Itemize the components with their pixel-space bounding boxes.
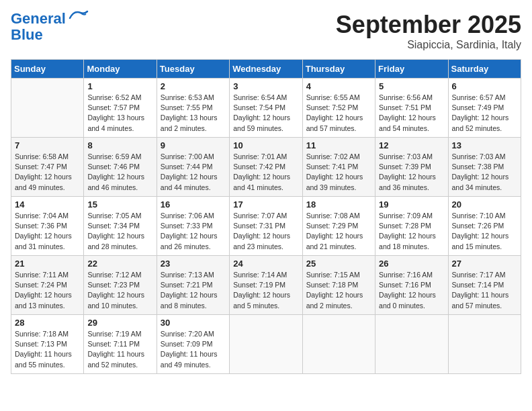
day-number: 24 [233,259,298,269]
day-number: 10 [233,140,298,150]
calendar-cell: 20Sunrise: 7:10 AM Sunset: 7:26 PM Dayli… [448,197,521,256]
calendar-week-row: 14Sunrise: 7:04 AM Sunset: 7:36 PM Dayli… [11,197,521,256]
calendar-table: SundayMondayTuesdayWednesdayThursdayFrid… [11,59,521,374]
day-number: 28 [15,318,80,328]
day-number: 27 [452,259,517,269]
calendar-week-row: 21Sunrise: 7:11 AM Sunset: 7:24 PM Dayli… [11,256,521,315]
day-info: Sunrise: 7:02 AM Sunset: 7:41 PM Dayligh… [306,152,371,193]
page-header: General Blue September 2025 Siapiccia, S… [11,11,521,51]
day-number: 25 [306,259,371,269]
calendar-cell [11,79,84,138]
day-info: Sunrise: 7:09 AM Sunset: 7:28 PM Dayligh… [379,211,444,252]
day-info: Sunrise: 7:12 AM Sunset: 7:23 PM Dayligh… [87,270,152,311]
day-number: 13 [452,140,517,150]
day-number: 15 [87,199,152,210]
calendar-cell: 5Sunrise: 6:56 AM Sunset: 7:51 PM Daylig… [375,79,448,138]
weekday-header-wednesday: Wednesday [230,60,302,79]
calendar-cell: 17Sunrise: 7:07 AM Sunset: 7:31 PM Dayli… [230,197,302,256]
weekday-header-monday: Monday [84,60,157,79]
calendar-cell: 12Sunrise: 7:03 AM Sunset: 7:39 PM Dayli… [375,138,448,197]
calendar-cell: 29Sunrise: 7:19 AM Sunset: 7:11 PM Dayli… [84,315,157,374]
day-number: 2 [161,81,226,91]
logo-text: General [11,11,66,27]
day-info: Sunrise: 7:19 AM Sunset: 7:11 PM Dayligh… [87,329,152,370]
day-number: 1 [87,81,152,91]
calendar-cell: 16Sunrise: 7:06 AM Sunset: 7:33 PM Dayli… [157,197,229,256]
day-info: Sunrise: 7:04 AM Sunset: 7:36 PM Dayligh… [15,211,80,252]
day-number: 29 [87,318,152,328]
calendar-cell: 22Sunrise: 7:12 AM Sunset: 7:23 PM Dayli… [84,256,157,315]
calendar-cell: 18Sunrise: 7:08 AM Sunset: 7:29 PM Dayli… [302,197,375,256]
calendar-week-row: 7Sunrise: 6:58 AM Sunset: 7:47 PM Daylig… [11,138,521,197]
weekday-header-friday: Friday [375,60,448,79]
calendar-cell [375,315,448,374]
day-number: 19 [379,199,444,210]
weekday-header-row: SundayMondayTuesdayWednesdayThursdayFrid… [11,60,521,79]
weekday-header-thursday: Thursday [302,60,375,79]
day-number: 8 [87,140,152,150]
calendar-cell: 4Sunrise: 6:55 AM Sunset: 7:52 PM Daylig… [302,79,375,138]
day-info: Sunrise: 7:03 AM Sunset: 7:38 PM Dayligh… [452,152,517,193]
logo-bird-icon [67,9,89,22]
day-info: Sunrise: 7:13 AM Sunset: 7:21 PM Dayligh… [161,270,226,311]
day-info: Sunrise: 6:53 AM Sunset: 7:55 PM Dayligh… [161,93,226,134]
day-info: Sunrise: 7:01 AM Sunset: 7:42 PM Dayligh… [233,152,298,193]
day-info: Sunrise: 6:56 AM Sunset: 7:51 PM Dayligh… [379,93,444,134]
calendar-cell: 7Sunrise: 6:58 AM Sunset: 7:47 PM Daylig… [11,138,84,197]
calendar-cell: 24Sunrise: 7:14 AM Sunset: 7:19 PM Dayli… [230,256,302,315]
day-info: Sunrise: 6:58 AM Sunset: 7:47 PM Dayligh… [15,152,80,193]
calendar-week-row: 28Sunrise: 7:18 AM Sunset: 7:13 PM Dayli… [11,315,521,374]
calendar-cell [448,315,521,374]
weekday-header-tuesday: Tuesday [157,60,229,79]
logo-line2: Blue [11,27,43,43]
logo: General Blue [11,11,89,43]
calendar-cell: 6Sunrise: 6:57 AM Sunset: 7:49 PM Daylig… [448,79,521,138]
day-number: 18 [306,199,371,210]
calendar-week-row: 1Sunrise: 6:52 AM Sunset: 7:57 PM Daylig… [11,79,521,138]
day-number: 26 [379,259,444,269]
calendar-cell [230,315,302,374]
calendar-cell: 3Sunrise: 6:54 AM Sunset: 7:54 PM Daylig… [230,79,302,138]
calendar-cell: 10Sunrise: 7:01 AM Sunset: 7:42 PM Dayli… [230,138,302,197]
calendar-cell [302,315,375,374]
day-info: Sunrise: 7:18 AM Sunset: 7:13 PM Dayligh… [15,329,80,370]
calendar-cell: 21Sunrise: 7:11 AM Sunset: 7:24 PM Dayli… [11,256,84,315]
day-info: Sunrise: 7:07 AM Sunset: 7:31 PM Dayligh… [233,211,298,252]
day-info: Sunrise: 6:59 AM Sunset: 7:46 PM Dayligh… [87,152,152,193]
day-info: Sunrise: 7:00 AM Sunset: 7:44 PM Dayligh… [161,152,226,193]
weekday-header-sunday: Sunday [11,60,84,79]
day-number: 6 [452,81,517,91]
day-info: Sunrise: 6:55 AM Sunset: 7:52 PM Dayligh… [306,93,371,134]
day-number: 14 [15,199,80,210]
calendar-body: 1Sunrise: 6:52 AM Sunset: 7:57 PM Daylig… [11,79,521,374]
calendar-cell: 15Sunrise: 7:05 AM Sunset: 7:34 PM Dayli… [84,197,157,256]
day-info: Sunrise: 7:10 AM Sunset: 7:26 PM Dayligh… [452,211,517,252]
day-number: 16 [161,199,226,210]
calendar-cell: 23Sunrise: 7:13 AM Sunset: 7:21 PM Dayli… [157,256,229,315]
day-info: Sunrise: 7:20 AM Sunset: 7:09 PM Dayligh… [161,329,226,370]
calendar-cell: 1Sunrise: 6:52 AM Sunset: 7:57 PM Daylig… [84,79,157,138]
day-info: Sunrise: 7:03 AM Sunset: 7:39 PM Dayligh… [379,152,444,193]
day-number: 4 [306,81,371,91]
month-title: September 2025 [336,11,521,39]
day-number: 17 [233,199,298,210]
day-info: Sunrise: 7:15 AM Sunset: 7:18 PM Dayligh… [306,270,371,311]
weekday-header-saturday: Saturday [448,60,521,79]
day-number: 23 [161,259,226,269]
location-title: Siapiccia, Sardinia, Italy [336,39,521,51]
day-number: 5 [379,81,444,91]
day-number: 21 [15,259,80,269]
calendar-cell: 30Sunrise: 7:20 AM Sunset: 7:09 PM Dayli… [157,315,229,374]
day-number: 22 [87,259,152,269]
day-info: Sunrise: 7:11 AM Sunset: 7:24 PM Dayligh… [15,270,80,311]
calendar-cell: 11Sunrise: 7:02 AM Sunset: 7:41 PM Dayli… [302,138,375,197]
day-info: Sunrise: 6:57 AM Sunset: 7:49 PM Dayligh… [452,93,517,134]
day-number: 20 [452,199,517,210]
day-number: 7 [15,140,80,150]
calendar-cell: 8Sunrise: 6:59 AM Sunset: 7:46 PM Daylig… [84,138,157,197]
calendar-cell: 9Sunrise: 7:00 AM Sunset: 7:44 PM Daylig… [157,138,229,197]
day-number: 30 [161,318,226,328]
day-info: Sunrise: 7:06 AM Sunset: 7:33 PM Dayligh… [161,211,226,252]
day-info: Sunrise: 7:14 AM Sunset: 7:19 PM Dayligh… [233,270,298,311]
day-info: Sunrise: 7:16 AM Sunset: 7:16 PM Dayligh… [379,270,444,311]
